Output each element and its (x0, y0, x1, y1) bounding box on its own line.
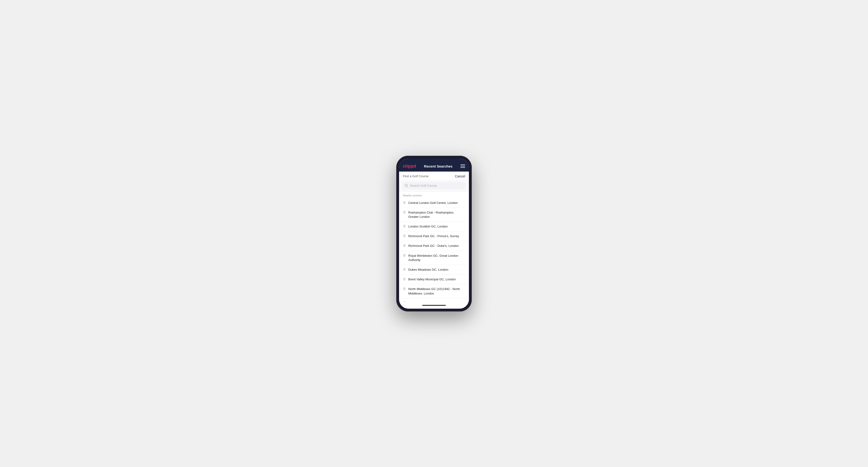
find-label: Find a Golf Course (403, 175, 429, 178)
svg-point-7 (404, 255, 405, 255)
hamburger-line-1 (460, 164, 465, 165)
svg-point-8 (404, 269, 405, 270)
search-icon (405, 184, 408, 187)
course-name: Brent Valley Municipal GC, London (408, 277, 456, 282)
cancel-button[interactable]: Cancel (455, 175, 465, 178)
search-input-wrapper (402, 182, 466, 189)
find-bar: Find a Golf Course Cancel (399, 172, 469, 180)
svg-point-10 (404, 288, 405, 289)
course-name: Roehampton Club - Roehampton, Greater Lo… (408, 211, 465, 219)
svg-point-5 (404, 235, 405, 236)
location-pin-icon (403, 211, 406, 215)
list-item[interactable]: Dukes Meadows GC, London (399, 265, 469, 275)
location-pin-icon (403, 287, 406, 291)
nearby-section: Nearby courses Central London Golf Centr… (399, 192, 469, 302)
search-box (399, 180, 469, 192)
list-item[interactable]: Richmond Park GC - Prince's, Surrey (399, 231, 469, 241)
phone-screen: clippd Recent Searches Find a Golf Cours… (399, 159, 469, 309)
top-bar: clippd Recent Searches (399, 161, 469, 172)
course-list: Central London Golf Centre, London Roeha… (399, 198, 469, 302)
search-input[interactable] (410, 184, 463, 187)
app-logo: clippd (403, 164, 416, 169)
home-bar (422, 305, 446, 306)
list-item[interactable]: London Scottish GC, London (399, 222, 469, 231)
location-pin-icon (403, 268, 406, 272)
location-pin-icon (403, 254, 406, 258)
content-area: Find a Golf Course Cancel Nearby courses (399, 172, 469, 302)
svg-line-1 (407, 186, 408, 187)
svg-point-2 (404, 202, 405, 203)
page-title: Recent Searches (424, 164, 453, 168)
nearby-label: Nearby courses (399, 192, 469, 198)
hamburger-menu-icon[interactable] (460, 164, 465, 168)
location-pin-icon (403, 234, 406, 238)
list-item[interactable]: North Middlesex GC (1011942 - North Midd… (399, 284, 469, 298)
list-item[interactable]: Coombe Hill GC, Kingston upon Thames (399, 299, 469, 302)
svg-point-6 (404, 245, 405, 246)
course-name: North Middlesex GC (1011942 - North Midd… (408, 287, 465, 295)
course-name: London Scottish GC, London (408, 224, 448, 229)
svg-point-4 (404, 226, 405, 226)
hamburger-line-2 (460, 166, 465, 166)
list-item[interactable]: Richmond Park GC - Duke's, London (399, 241, 469, 251)
location-pin-icon (403, 278, 406, 281)
phone-frame: clippd Recent Searches Find a Golf Cours… (396, 156, 472, 311)
list-item[interactable]: Royal Wimbledon GC, Great London Authori… (399, 251, 469, 265)
list-item[interactable]: Roehampton Club - Roehampton, Greater Lo… (399, 208, 469, 222)
svg-point-9 (404, 278, 405, 279)
home-indicator (399, 302, 469, 309)
course-name: Dukes Meadows GC, London (408, 268, 448, 272)
location-pin-icon (403, 244, 406, 248)
location-pin-icon (403, 201, 406, 205)
list-item[interactable]: Central London Golf Centre, London (399, 198, 469, 208)
status-bar (399, 159, 469, 161)
list-item[interactable]: Brent Valley Municipal GC, London (399, 275, 469, 284)
course-name: Richmond Park GC - Duke's, London (408, 244, 459, 248)
hamburger-line-3 (460, 167, 465, 168)
course-name: Richmond Park GC - Prince's, Surrey (408, 234, 459, 238)
course-name: Central London Golf Centre, London (408, 201, 458, 205)
location-pin-icon (403, 225, 406, 228)
svg-point-3 (404, 212, 405, 212)
course-name: Royal Wimbledon GC, Great London Authori… (408, 254, 465, 262)
